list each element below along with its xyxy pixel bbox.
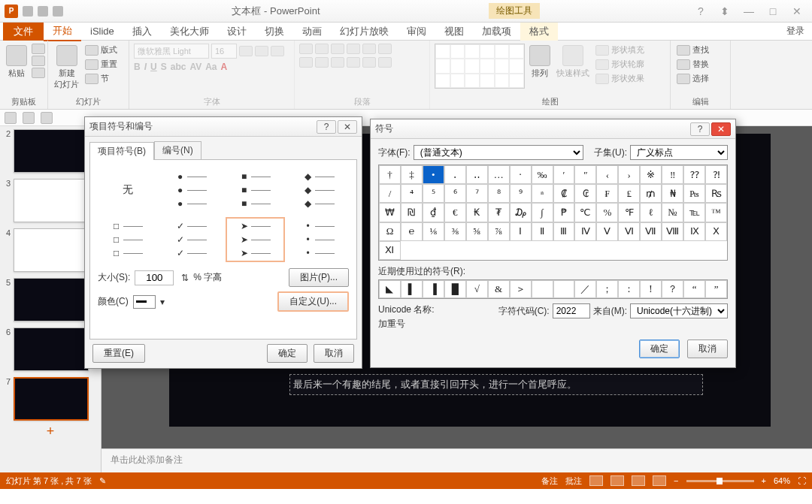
close-button[interactable]: ✕	[786, 4, 807, 19]
recent-symbol-cell[interactable]: ？	[662, 280, 683, 298]
symbol-cell[interactable]: ₭	[466, 203, 488, 222]
login-link[interactable]: 登录	[786, 25, 804, 38]
case-button[interactable]: Aa	[205, 62, 217, 72]
bullet-hollow-square[interactable]: □□□	[98, 217, 157, 262]
shape-fill-button[interactable]: 形状填充	[594, 44, 646, 56]
justify-icon[interactable]	[347, 57, 360, 68]
recent-symbol-cell[interactable]: ／	[574, 280, 596, 298]
line-spacing-icon[interactable]	[362, 44, 376, 54]
ok-button[interactable]: 确定	[639, 340, 680, 358]
tab-bullets[interactable]: 项目符号(B)	[89, 142, 154, 160]
columns-icon[interactable]	[362, 57, 376, 68]
help-button[interactable]: ?	[690, 4, 711, 19]
tab-review[interactable]: 审阅	[398, 23, 435, 41]
tab-home[interactable]: 开始	[44, 22, 81, 41]
symbol-cell[interactable]: ₢	[574, 184, 596, 203]
bullet-disc[interactable]: ●●●	[162, 167, 221, 213]
dialog-help-button[interactable]: ?	[317, 120, 336, 134]
bullet-square[interactable]: ■■■	[226, 167, 285, 213]
slideshow-view-icon[interactable]	[653, 475, 666, 486]
symbol-cell[interactable]: ‡	[401, 165, 423, 184]
format-painter-icon[interactable]	[32, 68, 45, 78]
symbol-cell[interactable]: №	[662, 203, 683, 222]
recent-symbol-cell[interactable]: █	[444, 280, 466, 298]
color-picker[interactable]	[133, 295, 156, 309]
shapes-gallery[interactable]	[435, 44, 525, 89]
from-select[interactable]: Unicode(十六进制)	[630, 303, 728, 318]
thumbnail-selected[interactable]	[14, 377, 89, 421]
bullet-arrow[interactable]: ➤➤➤	[226, 217, 285, 262]
numbering-icon[interactable]	[315, 44, 329, 54]
dialog-close-button[interactable]: ✕	[711, 122, 731, 136]
symbol-cell[interactable]: ⁈	[705, 165, 727, 184]
tab-transitions[interactable]: 切换	[256, 23, 293, 41]
symbol-cell[interactable]: ‥	[466, 165, 488, 184]
zoom-out-button[interactable]: −	[674, 476, 678, 485]
symbol-cell[interactable]: ™	[705, 203, 727, 222]
dialog-help-button[interactable]: ?	[690, 122, 710, 136]
undo-icon[interactable]	[23, 112, 35, 124]
reset-button[interactable]: 重置	[83, 58, 119, 71]
symbol-cell[interactable]: †	[379, 165, 401, 184]
bullet-dot[interactable]: •••	[289, 217, 349, 262]
clear-format-icon[interactable]	[271, 46, 284, 56]
symbol-cell[interactable]: ₪	[401, 203, 423, 222]
symbol-cell[interactable]: ℓ	[640, 203, 662, 222]
symbol-cell[interactable]: ₩	[379, 203, 401, 222]
recent-symbols[interactable]: ◣▌▐█√&＞／；：！？“”	[378, 279, 728, 299]
symbol-cell[interactable]: ″	[574, 165, 596, 184]
reading-view-icon[interactable]	[632, 475, 645, 486]
recent-symbol-cell[interactable]: √	[466, 280, 488, 298]
normal-view-icon[interactable]	[589, 475, 603, 486]
recent-symbol-cell[interactable]: “	[683, 280, 705, 298]
symbol-cell[interactable]: ⁶	[444, 184, 466, 203]
symbol-cell[interactable]: ⅛	[423, 222, 444, 241]
symbol-cell[interactable]: /	[379, 184, 401, 203]
symbol-cell[interactable]: ₫	[423, 203, 444, 222]
symbol-cell[interactable]: ′	[553, 165, 575, 184]
symbol-cell[interactable]: ℮	[401, 222, 423, 241]
comments-toggle[interactable]: 批注	[565, 475, 582, 487]
symbol-cell[interactable]: ₯	[510, 203, 532, 222]
tab-slideshow[interactable]: 幻灯片放映	[331, 23, 398, 41]
smartart-icon[interactable]	[378, 57, 392, 68]
symbol-cell[interactable]: Ⅲ	[553, 222, 575, 241]
symbol-cell[interactable]: ₥	[640, 184, 662, 203]
text-direction-icon[interactable]	[378, 44, 392, 54]
slide-textbox[interactable]: 最后来一个有趣的结尾，或者直接引回开头，进行一个首尾呼应。	[289, 374, 703, 395]
size-input[interactable]	[135, 270, 174, 285]
symbol-cell[interactable]: ₦	[662, 184, 683, 203]
add-slide-button[interactable]: +	[2, 424, 99, 439]
font-family-select[interactable]	[134, 44, 209, 59]
symbol-cell[interactable]: •	[423, 165, 444, 184]
symbol-cell[interactable]: ℡	[683, 203, 705, 222]
symbol-cell[interactable]: Ω	[379, 222, 401, 241]
recent-symbol-cell[interactable]: &	[488, 280, 510, 298]
tab-islide[interactable]: iSlide	[81, 23, 123, 39]
symbol-cell[interactable]: ⁇	[683, 165, 705, 184]
symbol-cell[interactable]: €	[444, 203, 466, 222]
minimize-button[interactable]: —	[738, 4, 759, 19]
arrange-button[interactable]: 排列	[528, 44, 552, 80]
symbol-cell[interactable]: ⁵	[423, 184, 444, 203]
tab-design[interactable]: 设计	[218, 23, 256, 41]
thumbnail[interactable]	[14, 327, 89, 371]
symbol-cell[interactable]: ₧	[683, 184, 705, 203]
tab-beautify[interactable]: 美化大师	[161, 23, 218, 41]
symbol-cell[interactable]: Ⅸ	[683, 222, 705, 241]
symbol-cell[interactable]: ›	[618, 165, 640, 184]
symbol-grid[interactable]: †‡•․‥…‧‰′″‹›※‼⁇⁈/⁴⁵⁶⁷⁸⁹ⁿ₡₢₣₤₥₦₧₨₩₪₫€₭₮₯∫…	[378, 164, 728, 261]
symbol-cell[interactable]: ⁿ	[532, 184, 553, 203]
dialog-close-button[interactable]: ✕	[338, 120, 357, 134]
symbol-cell[interactable]: ∫	[532, 203, 553, 222]
font-size-select[interactable]	[211, 44, 237, 59]
font-color-button[interactable]: A	[221, 62, 228, 72]
symbol-cell[interactable]: ℃	[574, 203, 596, 222]
tab-view[interactable]: 视图	[435, 23, 473, 41]
symbol-cell[interactable]: ₤	[618, 184, 640, 203]
redo-icon[interactable]	[41, 112, 53, 124]
sorter-view-icon[interactable]	[611, 475, 624, 486]
recent-symbol-cell[interactable]: ：	[618, 280, 640, 298]
align-left-icon[interactable]	[299, 57, 313, 68]
symbol-cell[interactable]: ※	[640, 165, 662, 184]
